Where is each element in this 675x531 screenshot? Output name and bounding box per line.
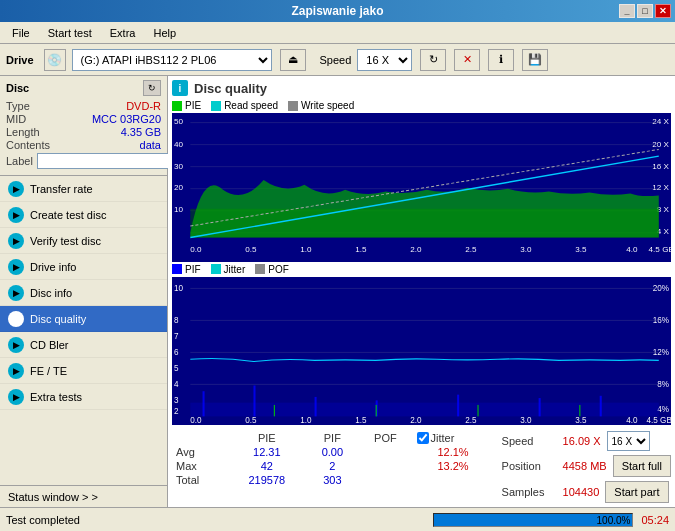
- speed-dropdown[interactable]: 16 X: [607, 431, 650, 451]
- chart2-svg: 20% 16% 12% 8% 4% 10 8 7 6 5 4 3 2: [172, 277, 671, 426]
- disc-length-key: Length: [6, 126, 40, 138]
- sidebar-label-drive-info: Drive info: [30, 261, 76, 273]
- sidebar-item-transfer-rate[interactable]: ▶ Transfer rate: [0, 176, 167, 202]
- disc-quality-icon: ▶: [8, 311, 24, 327]
- disc-mid-val: MCC 03RG20: [92, 113, 161, 125]
- sidebar-label-create-test-disc: Create test disc: [30, 209, 106, 221]
- pie-legend-label: PIE: [185, 100, 201, 111]
- svg-text:2: 2: [174, 405, 179, 416]
- chart1-svg: 24 X 20 X 16 X 12 X 8 X 4 X 50 40 30 20 …: [172, 113, 671, 262]
- menu-help[interactable]: Help: [145, 25, 184, 41]
- position-stat-label: Position: [502, 460, 557, 472]
- disc-contents-row: Contents data: [6, 139, 161, 151]
- disc-label-key: Label: [6, 155, 33, 167]
- write-speed-legend-color: [288, 101, 298, 111]
- svg-text:4.0: 4.0: [626, 414, 637, 425]
- disc-section-title: Disc: [6, 82, 29, 94]
- sidebar-item-verify-test-disc[interactable]: ▶ Verify test disc: [0, 228, 167, 254]
- svg-text:12%: 12%: [653, 346, 670, 357]
- close-button[interactable]: ✕: [655, 4, 671, 18]
- svg-text:3.0: 3.0: [520, 245, 532, 254]
- speed-stat-val: 16.09 X: [563, 435, 601, 447]
- sidebar-item-cd-bler[interactable]: ▶ CD Bler: [0, 332, 167, 358]
- disc-contents-val: data: [140, 139, 161, 151]
- status-window-button[interactable]: Status window > >: [0, 485, 167, 507]
- svg-text:3: 3: [174, 394, 179, 405]
- stats-max-jitter: 13.2%: [413, 459, 494, 473]
- disc-refresh-button[interactable]: ↻: [143, 80, 161, 96]
- chart2-wrapper: 20% 16% 12% 8% 4% 10 8 7 6 5 4 3 2: [172, 277, 671, 426]
- disc-quality-icon-header: i: [172, 80, 188, 96]
- right-stats: Speed 16.09 X 16 X Position 4458 MB Star…: [502, 431, 671, 503]
- sidebar-item-drive-info[interactable]: ▶ Drive info: [0, 254, 167, 280]
- sidebar-label-verify-test-disc: Verify test disc: [30, 235, 101, 247]
- stats-avg-row: Avg 12.31 0.00 12.1%: [172, 445, 494, 459]
- disc-label-input[interactable]: [37, 153, 170, 169]
- svg-text:1.0: 1.0: [300, 245, 312, 254]
- sidebar-label-disc-quality: Disc quality: [30, 313, 86, 325]
- read-speed-legend-color: [211, 101, 221, 111]
- window-controls: _ □ ✕: [619, 4, 671, 18]
- chart2-legend: PIF Jitter POF: [172, 264, 671, 275]
- verify-test-disc-icon: ▶: [8, 233, 24, 249]
- sidebar-item-disc-quality[interactable]: ▶ Disc quality: [0, 306, 167, 332]
- speed-label: Speed: [320, 54, 352, 66]
- drive-info-icon: ▶: [8, 259, 24, 275]
- info-button[interactable]: ℹ: [488, 49, 514, 71]
- stats-avg-pof: [358, 445, 412, 459]
- disc-type-val: DVD-R: [126, 100, 161, 112]
- start-full-button[interactable]: Start full: [613, 455, 671, 477]
- refresh-button[interactable]: ↻: [420, 49, 446, 71]
- svg-text:5: 5: [174, 362, 179, 373]
- maximize-button[interactable]: □: [637, 4, 653, 18]
- extra-tests-icon: ▶: [8, 389, 24, 405]
- jitter-legend-item: Jitter: [211, 264, 246, 275]
- stats-max-row: Max 42 2 13.2%: [172, 459, 494, 473]
- start-part-button[interactable]: Start part: [605, 481, 668, 503]
- chart1-wrapper: 24 X 20 X 16 X 12 X 8 X 4 X 50 40 30 20 …: [172, 113, 671, 262]
- col-pof-header: POF: [358, 431, 412, 445]
- svg-text:3.0: 3.0: [520, 414, 531, 425]
- eject-button[interactable]: ⏏: [280, 49, 306, 71]
- stats-avg-pie: 12.31: [227, 445, 306, 459]
- menu-extra[interactable]: Extra: [102, 25, 144, 41]
- drive-select[interactable]: (G:) ATAPI iHBS112 2 PL06: [72, 49, 272, 71]
- elapsed-time: 05:24: [641, 514, 669, 526]
- speed-select[interactable]: 16 X: [357, 49, 412, 71]
- window-title: Zapiswanie jako: [291, 4, 383, 18]
- svg-text:7: 7: [174, 330, 179, 341]
- jitter-checkbox[interactable]: [417, 432, 429, 444]
- menu-bar: File Start test Extra Help: [0, 22, 675, 44]
- stats-total-pof: [358, 473, 412, 487]
- sidebar-label-cd-bler: CD Bler: [30, 339, 69, 351]
- svg-text:0.0: 0.0: [190, 245, 202, 254]
- disc-length-row: Length 4.35 GB: [6, 126, 161, 138]
- position-stat-row: Position 4458 MB Start full: [502, 455, 671, 477]
- write-speed-legend-item: Write speed: [288, 100, 354, 111]
- stats-max-label: Max: [172, 459, 227, 473]
- main-area: Disc ↻ Type DVD-R MID MCC 03RG20 Length …: [0, 76, 675, 507]
- samples-stat-row: Samples 104430 Start part: [502, 481, 671, 503]
- sidebar-item-extra-tests[interactable]: ▶ Extra tests: [0, 384, 167, 410]
- minimize-button[interactable]: _: [619, 4, 635, 18]
- save-button[interactable]: 💾: [522, 49, 548, 71]
- sidebar-item-create-test-disc[interactable]: ▶ Create test disc: [0, 202, 167, 228]
- svg-text:8: 8: [174, 314, 179, 325]
- sidebar-item-fe-te[interactable]: ▶ FE / TE: [0, 358, 167, 384]
- sidebar: Disc ↻ Type DVD-R MID MCC 03RG20 Length …: [0, 76, 168, 507]
- svg-text:10: 10: [174, 205, 184, 214]
- drive-label: Drive: [6, 54, 34, 66]
- transfer-rate-icon: ▶: [8, 181, 24, 197]
- samples-stat-label: Samples: [502, 486, 557, 498]
- sidebar-item-disc-info[interactable]: ▶ Disc info: [0, 280, 167, 306]
- menu-file[interactable]: File: [4, 25, 38, 41]
- svg-text:20: 20: [174, 183, 184, 192]
- disc-contents-key: Contents: [6, 139, 50, 151]
- svg-text:50: 50: [174, 118, 184, 127]
- erase-button[interactable]: ✕: [454, 49, 480, 71]
- speed-stat-row: Speed 16.09 X 16 X: [502, 431, 671, 451]
- read-speed-legend-label: Read speed: [224, 100, 278, 111]
- stats-max-pie: 42: [227, 459, 306, 473]
- menu-start-test[interactable]: Start test: [40, 25, 100, 41]
- svg-text:10: 10: [174, 282, 183, 293]
